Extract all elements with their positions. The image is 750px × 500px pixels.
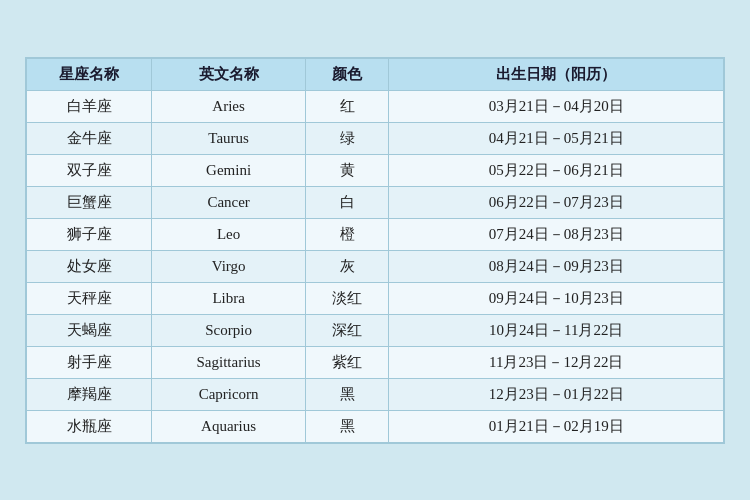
cell-english: Cancer (152, 186, 305, 218)
table-row: 射手座Sagittarius紫红11月23日－12月22日 (27, 346, 724, 378)
cell-english: Scorpio (152, 314, 305, 346)
table-row: 双子座Gemini黄05月22日－06月21日 (27, 154, 724, 186)
cell-color: 灰 (305, 250, 389, 282)
cell-date: 05月22日－06月21日 (389, 154, 724, 186)
table-row: 摩羯座Capricorn黑12月23日－01月22日 (27, 378, 724, 410)
cell-chinese: 白羊座 (27, 90, 152, 122)
cell-chinese: 摩羯座 (27, 378, 152, 410)
cell-color: 紫红 (305, 346, 389, 378)
table-row: 处女座Virgo灰08月24日－09月23日 (27, 250, 724, 282)
cell-chinese: 天秤座 (27, 282, 152, 314)
cell-color: 橙 (305, 218, 389, 250)
cell-color: 黑 (305, 378, 389, 410)
cell-color: 黑 (305, 410, 389, 442)
cell-color: 淡红 (305, 282, 389, 314)
cell-chinese: 射手座 (27, 346, 152, 378)
cell-date: 04月21日－05月21日 (389, 122, 724, 154)
table-row: 巨蟹座Cancer白06月22日－07月23日 (27, 186, 724, 218)
cell-chinese: 巨蟹座 (27, 186, 152, 218)
cell-chinese: 狮子座 (27, 218, 152, 250)
cell-chinese: 处女座 (27, 250, 152, 282)
cell-english: Gemini (152, 154, 305, 186)
header-date: 出生日期（阳历） (389, 58, 724, 90)
cell-english: Leo (152, 218, 305, 250)
cell-english: Capricorn (152, 378, 305, 410)
cell-chinese: 金牛座 (27, 122, 152, 154)
table-row: 金牛座Taurus绿04月21日－05月21日 (27, 122, 724, 154)
cell-english: Aquarius (152, 410, 305, 442)
header-chinese: 星座名称 (27, 58, 152, 90)
table-row: 水瓶座Aquarius黑01月21日－02月19日 (27, 410, 724, 442)
cell-color: 黄 (305, 154, 389, 186)
cell-date: 08月24日－09月23日 (389, 250, 724, 282)
cell-date: 11月23日－12月22日 (389, 346, 724, 378)
cell-date: 09月24日－10月23日 (389, 282, 724, 314)
table-row: 白羊座Aries红03月21日－04月20日 (27, 90, 724, 122)
cell-chinese: 双子座 (27, 154, 152, 186)
cell-english: Aries (152, 90, 305, 122)
cell-date: 10月24日－11月22日 (389, 314, 724, 346)
cell-color: 红 (305, 90, 389, 122)
cell-date: 07月24日－08月23日 (389, 218, 724, 250)
cell-chinese: 水瓶座 (27, 410, 152, 442)
header-color: 颜色 (305, 58, 389, 90)
cell-english: Sagittarius (152, 346, 305, 378)
cell-english: Virgo (152, 250, 305, 282)
cell-date: 06月22日－07月23日 (389, 186, 724, 218)
cell-date: 01月21日－02月19日 (389, 410, 724, 442)
table-header-row: 星座名称 英文名称 颜色 出生日期（阳历） (27, 58, 724, 90)
table-row: 天秤座Libra淡红09月24日－10月23日 (27, 282, 724, 314)
cell-color: 白 (305, 186, 389, 218)
cell-english: Libra (152, 282, 305, 314)
cell-chinese: 天蝎座 (27, 314, 152, 346)
cell-date: 03月21日－04月20日 (389, 90, 724, 122)
cell-color: 绿 (305, 122, 389, 154)
cell-english: Taurus (152, 122, 305, 154)
cell-color: 深红 (305, 314, 389, 346)
table-row: 天蝎座Scorpio深红10月24日－11月22日 (27, 314, 724, 346)
zodiac-table: 星座名称 英文名称 颜色 出生日期（阳历） 白羊座Aries红03月21日－04… (26, 58, 724, 443)
header-english: 英文名称 (152, 58, 305, 90)
zodiac-table-container: 星座名称 英文名称 颜色 出生日期（阳历） 白羊座Aries红03月21日－04… (25, 57, 725, 444)
cell-date: 12月23日－01月22日 (389, 378, 724, 410)
table-row: 狮子座Leo橙07月24日－08月23日 (27, 218, 724, 250)
